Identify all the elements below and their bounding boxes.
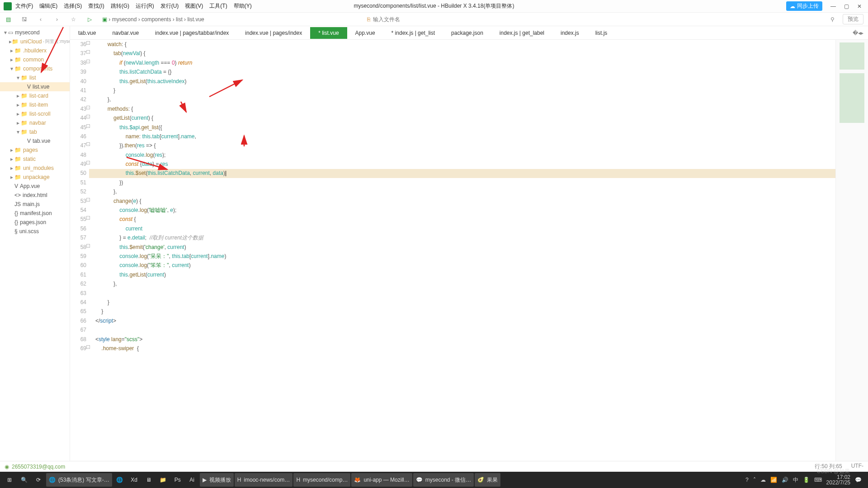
tree-node[interactable]: JSmain.js	[0, 200, 70, 209]
tabs-overflow-icon[interactable]: �◂▸	[848, 30, 868, 36]
tree-node[interactable]: ▸📁list-scroll	[0, 109, 70, 118]
gutter: 36-37-38-3940414243-44-45-4647-4849-5051…	[70, 40, 89, 466]
menu-item[interactable]: 选择(S)	[64, 2, 82, 10]
titlebar: 文件(F)编辑(E)选择(S)查找(I)跳转(G)运行(R)发行(U)视图(V)…	[0, 0, 868, 13]
menu-item[interactable]: 跳转(G)	[111, 2, 129, 10]
taskbar-item[interactable]: ⟳	[32, 473, 45, 487]
tray-keyboard-icon[interactable]: ⌨	[814, 477, 822, 483]
nav-forward-icon[interactable]: ›	[53, 16, 61, 23]
save-icon[interactable]: 🖫	[21, 16, 28, 23]
taskbar-item[interactable]: ▶视频播放	[200, 473, 234, 487]
star-icon[interactable]: ☆	[70, 16, 77, 23]
tree-node[interactable]: §uni.scss	[0, 227, 70, 236]
filter-icon[interactable]: ⚲	[830, 16, 835, 23]
taskbar-item[interactable]: 📁	[156, 473, 170, 487]
windows-taskbar: ⊞🔍⟳🌐(53条消息) 写文章-…🌐Xd🖥📁PsAi▶视频播放Himooc-ne…	[0, 472, 868, 488]
tree-node[interactable]: Vlist.vue	[0, 82, 70, 91]
taskbar-item[interactable]: Himooc-news/com…	[235, 473, 293, 487]
watermark: CSDN @如果	[816, 468, 850, 475]
app-logo-icon	[4, 2, 12, 10]
tray-cloud-icon[interactable]: ☁	[760, 477, 766, 483]
editor-tab[interactable]: index.vue | pages/tabbar/index	[147, 27, 237, 39]
taskbar-item[interactable]: Ai	[185, 473, 199, 487]
taskbar-item[interactable]: Xd	[127, 473, 141, 487]
code[interactable]: watch: { tab(newVal) { if (newVal.length…	[89, 40, 835, 466]
tree-node[interactable]: ▸📁static	[0, 155, 70, 164]
minimize-icon[interactable]: —	[830, 3, 836, 9]
taskbar-item[interactable]: 🌐(53条消息) 写文章-…	[46, 473, 112, 487]
menu-item[interactable]: 文件(F)	[15, 2, 33, 10]
nav-back-icon[interactable]: ‹	[37, 16, 44, 23]
new-file-icon[interactable]: ▤	[5, 16, 12, 23]
editor-tab[interactable]: * index.js | get_list	[383, 27, 443, 39]
menu-item[interactable]: 帮助(Y)	[234, 2, 252, 10]
close-icon[interactable]: ✕	[857, 3, 862, 9]
clock[interactable]: 17:02 2022/7/25	[826, 474, 850, 485]
tree-node[interactable]: ▸📁list-card	[0, 91, 70, 100]
tray-volume-icon[interactable]: 🔊	[782, 477, 788, 483]
taskbar-item[interactable]: 🌐	[113, 473, 127, 487]
maximize-icon[interactable]: ▢	[844, 3, 849, 9]
editor-tabs: tab.vuenavbar.vueindex.vue | pages/tabba…	[70, 26, 868, 40]
taskbar-item[interactable]: Ps	[171, 473, 184, 487]
tree-node[interactable]: ▸📁common	[0, 55, 70, 64]
editor-tab[interactable]: * list.vue	[310, 27, 347, 39]
tree-node[interactable]: ▾📁tab	[0, 127, 70, 136]
tree-node[interactable]: {}pages.json	[0, 218, 70, 227]
taskbar-item[interactable]: 🦊uni-app — Mozill…	[351, 473, 412, 487]
taskbar-item[interactable]: 🔍	[17, 473, 31, 487]
menu-item[interactable]: 查找(I)	[88, 2, 104, 10]
file-search[interactable]: ⎘	[367, 16, 463, 23]
sidebar: ▾▭mysecond▸📁uniCloud- 阿里云:myse▸📁.hbuilde…	[0, 26, 70, 466]
tree-node[interactable]: ▸📁uni_modules	[0, 164, 70, 173]
editor-tab[interactable]: index.js	[552, 27, 587, 39]
cloud-icon: ☁	[790, 3, 795, 9]
editor-tab[interactable]: package.json	[443, 27, 491, 39]
run-icon[interactable]: ▷	[86, 16, 93, 23]
editor-tab[interactable]: list.js	[587, 27, 616, 39]
tree-node[interactable]: Vtab.vue	[0, 136, 70, 145]
tree-node[interactable]: <>index.html	[0, 191, 70, 200]
taskbar-item[interactable]: 🥑果果	[475, 473, 500, 487]
tree-node[interactable]: ▸📁unpackage	[0, 173, 70, 182]
tree-node[interactable]: ▾📁list	[0, 73, 70, 82]
tray-battery-icon[interactable]: 🔋	[803, 477, 810, 483]
tree-node[interactable]: ▸📁list-item	[0, 100, 70, 109]
editor-tab[interactable]: App.vue	[347, 27, 383, 39]
tray-ime-icon[interactable]: 中	[793, 476, 798, 484]
menu-item[interactable]: 发行(U)	[160, 2, 179, 10]
editor-tab[interactable]: navbar.vue	[104, 27, 147, 39]
tree-node[interactable]: ▾📁components	[0, 64, 70, 73]
tree-node[interactable]: ▸📁pages	[0, 145, 70, 155]
tree-node[interactable]: {}manifest.json	[0, 209, 70, 218]
menu-item[interactable]: 工具(T)	[209, 2, 227, 10]
menu-item[interactable]: 编辑(E)	[39, 2, 57, 10]
menu-item[interactable]: 运行(R)	[136, 2, 154, 10]
cloud-sync-button[interactable]: ☁同步上传	[786, 1, 822, 11]
code-area[interactable]: 36-37-38-3940414243-44-45-4647-4849-5051…	[70, 40, 868, 466]
user-email: 2655073319@qq.com	[12, 464, 65, 470]
preview-button[interactable]: 预览	[843, 14, 863, 24]
toolbar: ▤ 🖫 ‹ › ☆ ▷ ▣ › mysecond › components › …	[0, 13, 868, 26]
taskbar-item[interactable]: ⊞	[3, 473, 16, 487]
tray-help-icon[interactable]: ?	[745, 477, 749, 483]
minimap[interactable]	[835, 40, 868, 466]
system-tray[interactable]: ? ˄ ☁ 📶 🔊 中 🔋 ⌨ 17:02 2022/7/25 💬	[745, 474, 865, 485]
tree-node[interactable]: ▸📁uniCloud- 阿里云:myse	[0, 37, 70, 46]
notification-icon[interactable]: 💬	[855, 477, 862, 483]
editor-tab[interactable]: index.js | get_label	[491, 27, 552, 39]
editor-tab[interactable]: tab.vue	[70, 27, 104, 39]
editor-tab[interactable]: index.vue | pages/index	[237, 27, 310, 39]
search-input[interactable]	[373, 16, 463, 23]
taskbar-item[interactable]: 💬mysecond - 微信…	[413, 473, 474, 487]
tree-node[interactable]: ▾▭mysecond	[0, 28, 70, 37]
tree-node[interactable]: ▸📁navbar	[0, 118, 70, 127]
tray-chevron-up-icon[interactable]: ˄	[753, 477, 756, 483]
taskbar-item[interactable]: 🖥	[142, 473, 156, 487]
breadcrumb[interactable]: ▣ › mysecond › components › list › list.…	[102, 16, 204, 23]
taskbar-item[interactable]: Hmysecond/comp…	[293, 473, 350, 487]
tray-wifi-icon[interactable]: 📶	[770, 477, 777, 483]
tree-node[interactable]: ▸📁.hbuilderx	[0, 46, 70, 55]
menu-item[interactable]: 视图(V)	[185, 2, 203, 10]
tree-node[interactable]: VApp.vue	[0, 182, 70, 191]
